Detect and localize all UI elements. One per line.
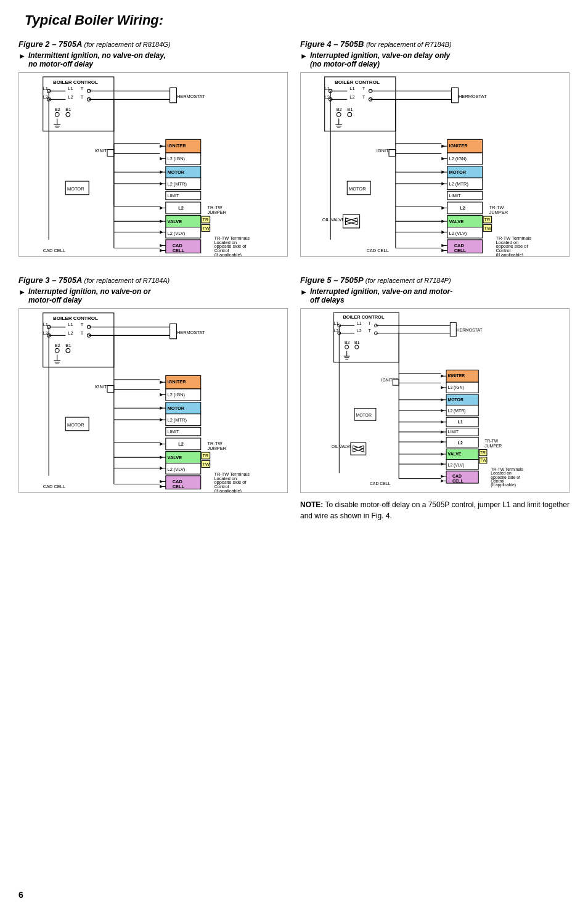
svg-text:T: T xyxy=(81,94,84,100)
figure-2-block: Figure 2 – 7505A (for replacement of R81… xyxy=(18,39,288,257)
svg-text:(If applicable): (If applicable) xyxy=(491,483,516,487)
svg-marker-257 xyxy=(160,485,163,488)
svg-text:(If applicable): (If applicable) xyxy=(496,252,523,256)
figure-5-arrow: ► xyxy=(300,288,308,296)
svg-text:MOTOR: MOTOR xyxy=(67,422,84,428)
svg-text:MOTOR: MOTOR xyxy=(449,169,467,175)
figure-3-subtitle-text: Interrupted ignition, no valve-on or mot… xyxy=(28,287,151,304)
svg-marker-222 xyxy=(160,380,163,383)
svg-text:THERMOSTAT: THERMOSTAT xyxy=(174,94,205,99)
svg-marker-354 xyxy=(441,475,444,478)
svg-marker-356 xyxy=(441,479,444,483)
svg-text:VALVE: VALVE xyxy=(448,452,462,456)
figure-5-title: Figure 5 – 7505P (for replacement of R71… xyxy=(300,275,570,285)
svg-marker-311 xyxy=(441,375,444,378)
svg-text:TW: TW xyxy=(484,226,491,231)
figure-2-subtitle-text: Intermittent ignition, no valve-on delay… xyxy=(28,51,166,68)
svg-text:T: T xyxy=(362,86,365,91)
svg-marker-131 xyxy=(441,157,444,160)
svg-text:B2: B2 xyxy=(55,343,60,348)
figure-3-title: Figure 3 – 7505A (for replacement of R71… xyxy=(18,275,288,285)
svg-text:B1: B1 xyxy=(347,107,353,112)
svg-text:(If applicable): (If applicable) xyxy=(214,488,242,492)
svg-text:L2 (VLV): L2 (VLV) xyxy=(449,230,467,236)
svg-marker-321 xyxy=(441,420,444,423)
svg-marker-224 xyxy=(160,393,163,396)
svg-text:CELL: CELL xyxy=(454,248,467,253)
svg-text:L2: L2 xyxy=(68,330,73,336)
figure-4-subtitle: ► Interrupted ignition, valve-on delay o… xyxy=(300,51,570,68)
figure-4-model: (for replacement of R7184B) xyxy=(366,41,452,48)
svg-text:B2: B2 xyxy=(345,340,350,344)
svg-text:THERMOSTAT: THERMOSTAT xyxy=(174,330,205,335)
svg-marker-71 xyxy=(160,244,163,247)
svg-text:L2: L2 xyxy=(68,94,73,100)
svg-text:JUMPER: JUMPER xyxy=(208,446,227,451)
figure-3-diagram: BOILER CONTROL L1 L1 T L2 L2 T B2 B1 xyxy=(18,308,288,493)
svg-marker-42 xyxy=(160,170,163,173)
svg-text:TR: TR xyxy=(484,217,491,222)
svg-marker-244 xyxy=(160,467,163,470)
svg-marker-255 xyxy=(160,480,163,483)
svg-marker-166 xyxy=(441,244,444,247)
svg-rect-117 xyxy=(452,88,459,102)
svg-marker-60 xyxy=(160,230,163,234)
svg-text:L2 (MTR): L2 (MTR) xyxy=(449,181,469,187)
svg-text:L2 (IGN): L2 (IGN) xyxy=(448,385,464,390)
svg-text:L2: L2 xyxy=(178,441,184,447)
svg-rect-92 xyxy=(325,77,396,131)
figure-5-number: Figure 5 – 7505P xyxy=(300,275,363,285)
svg-text:MOTOR: MOTOR xyxy=(168,406,185,411)
svg-text:LIMIT: LIMIT xyxy=(168,429,179,434)
svg-marker-135 xyxy=(441,182,444,185)
svg-text:VALVE: VALVE xyxy=(449,219,464,224)
svg-text:L2: L2 xyxy=(349,94,354,100)
note-block: NOTE: To disable motor-off delay on a 75… xyxy=(300,499,570,521)
svg-rect-299 xyxy=(450,322,456,336)
svg-text:(If applicable): (If applicable) xyxy=(214,252,242,256)
svg-text:L2 (MTR): L2 (MTR) xyxy=(448,409,466,414)
svg-rect-212 xyxy=(107,386,114,393)
svg-text:IGNITER: IGNITER xyxy=(449,143,468,149)
svg-text:IGNITER: IGNITER xyxy=(448,373,465,378)
svg-marker-44 xyxy=(160,182,163,185)
svg-text:L1: L1 xyxy=(357,321,362,325)
svg-text:MOTOR: MOTOR xyxy=(356,413,372,417)
svg-text:T: T xyxy=(81,86,84,91)
svg-text:CELL: CELL xyxy=(173,484,185,489)
svg-text:JUMPER: JUMPER xyxy=(208,210,227,215)
svg-rect-185 xyxy=(43,313,114,367)
svg-marker-313 xyxy=(441,386,444,389)
figure-4-title: Figure 4 – 7505B (for replacement of R71… xyxy=(300,39,570,49)
svg-text:T: T xyxy=(368,328,370,333)
svg-rect-301 xyxy=(393,379,399,385)
figure-3-number: Figure 3 – 7505A xyxy=(18,275,82,285)
svg-text:BOILER CONTROL: BOILER CONTROL xyxy=(335,79,380,85)
figure-4-subtitle-text: Interrupted ignition, valve-on delay onl… xyxy=(310,51,450,68)
svg-text:IGNITER: IGNITER xyxy=(168,379,187,385)
svg-rect-0 xyxy=(43,77,114,131)
svg-text:MOTOR: MOTOR xyxy=(349,186,366,192)
svg-text:TW: TW xyxy=(480,458,487,462)
figure-4-arrow: ► xyxy=(300,52,308,60)
figure-4-diagram: BOILER CONTROL L1 L1 T L2 L2 T B2 B1 xyxy=(300,72,570,257)
svg-text:VALVE: VALVE xyxy=(168,455,182,460)
figure-2-title: Figure 2 – 7505A (for replacement of R81… xyxy=(18,39,288,49)
figure-3-block: Figure 3 – 7505A (for replacement of R71… xyxy=(18,275,288,521)
svg-text:L2: L2 xyxy=(357,328,362,333)
svg-marker-38 xyxy=(160,144,163,147)
svg-rect-119 xyxy=(389,150,396,157)
svg-marker-226 xyxy=(160,406,163,409)
svg-marker-58 xyxy=(160,219,163,222)
page-number: 6 xyxy=(18,890,23,900)
figure-5-subtitle: ► Interrupted ignition, valve-on and mot… xyxy=(300,287,570,304)
svg-text:TR: TR xyxy=(480,450,486,455)
svg-marker-242 xyxy=(160,455,163,459)
note-label: NOTE: xyxy=(300,500,323,509)
svg-text:THERMOSTAT: THERMOSTAT xyxy=(455,94,487,99)
svg-text:THERMOSTAT: THERMOSTAT xyxy=(454,328,483,332)
svg-marker-133 xyxy=(441,170,444,173)
svg-rect-28 xyxy=(107,150,114,157)
svg-marker-329 xyxy=(441,441,444,444)
svg-text:L1: L1 xyxy=(68,86,73,91)
